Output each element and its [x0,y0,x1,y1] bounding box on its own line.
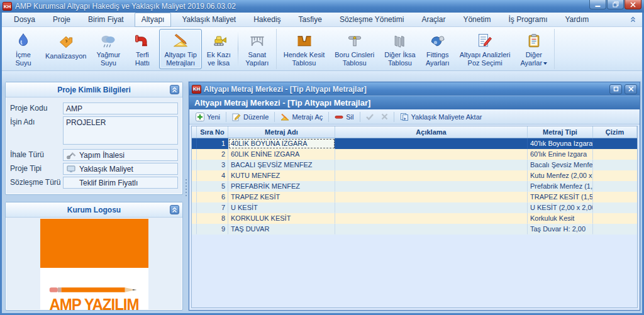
ribbon-button-terfi-hatti[interactable]: Terfi Hattı [125,29,159,69]
delete-button[interactable]: Sil [331,111,357,123]
cell-metraj-adi[interactable]: PREFABRİK MENFEZ [228,181,335,192]
cell-cizim[interactable] [593,138,637,149]
cell-metraj-adi-editor[interactable]: 40LIK BOYUNA IZGARA [228,138,335,149]
cell-metraj-tipi[interactable]: Bacalı Şevsiz Menfez (1x1 [528,160,593,170]
collapse-panel-button[interactable] [170,205,179,214]
ribbon-button-diger-iksa-tablosu[interactable]: Diğer İksa Tablosu [379,29,421,69]
table-row[interactable]: 8 KORKULUK KESİT Korkuluk Kesit [192,213,637,224]
menu-item-yonetim[interactable]: Yönetim [456,13,497,27]
proje-kodu-input[interactable]: AMP [63,102,178,114]
collapse-panel-button[interactable] [170,85,179,94]
ribbon-button-kanalizasyon[interactable]: Kanalizasyon [40,29,91,69]
table-row[interactable]: 9 TAŞ DUVAR Taş Duvar H: 2,00 [192,224,637,235]
ribbon-button-altyapi-analizleri-poz-secimi[interactable]: Altyapı Analizleri Poz Seçimi [455,29,516,69]
column-header-aciklama[interactable]: Açıklama [335,126,528,138]
table-row[interactable]: 4 KUTU MENFEZ Kutu Menfez (2,00 x 1,50) [192,170,637,181]
table-row[interactable]: 6 TRAPEZ KESİT TRAPEZ KESİT (1,5 x 1,5) [192,192,637,202]
cell-metraj-adi[interactable]: KUTU MENFEZ [228,170,335,181]
cell-metraj-tipi[interactable]: Kutu Menfez (2,00 x 1,50) [528,170,593,181]
cell-aciklama[interactable] [335,181,528,192]
ribbon-button-yagmur-suyu[interactable]: Yağmur Suyu [91,29,125,69]
table-row[interactable]: 1 40LIK BOYUNA IZGARA 40'lık Boyuna Izga… [192,138,637,149]
proje-tipi-select[interactable]: Yaklaşık Maliyet [63,163,178,175]
panel-splitter[interactable] [183,82,189,311]
confirm-button[interactable] [362,112,377,121]
cell-metraj-tipi[interactable]: 60'lık Enine Izgara [528,149,593,160]
column-header-cizim[interactable]: Çizim [593,126,637,138]
restore-button[interactable] [607,0,624,9]
cell-aciklama[interactable] [335,138,528,149]
table-row[interactable]: 7 U KESİT U KESİT (2,00 x 2,00) [192,202,637,213]
menu-item-yaklasik-maliyet[interactable]: Yaklaşık Maliyet [175,13,243,27]
cell-aciklama[interactable] [335,149,528,160]
transfer-to-cost-button[interactable]: Yaklaşık Maliyete Aktar [396,111,486,123]
menu-item-altyapi[interactable]: Altyapı [135,13,172,27]
child-close-button[interactable] [625,84,637,94]
menu-item-hakedis[interactable]: Hakediş [247,13,287,27]
ribbon-button-altyapi-tip-metrajlari[interactable]: Altyapı Tip Metrajları [159,29,201,69]
table-row[interactable]: 5 PREFABRİK MENFEZ Prefabrik Menfez (1,5… [192,181,637,192]
cell-cizim[interactable] [593,213,637,224]
cell-metraj-adi[interactable]: 60LIK ENİNE IZGARA [228,149,335,160]
row-selector[interactable] [192,192,197,202]
row-selector[interactable] [192,160,197,170]
sozlesme-turu-select[interactable]: Teklif Birim Fiyatlı [63,177,178,189]
row-selector[interactable] [192,170,197,181]
row-selector[interactable] [192,202,197,213]
cell-cizim[interactable] [593,224,637,235]
ribbon-button-fittings-ayarlari[interactable]: Fittings Ayarları [421,29,455,69]
column-header-metraj-adi[interactable]: Metraj Adı [228,126,335,138]
cell-cizim[interactable] [593,202,637,213]
menu-item-proje[interactable]: Proje [46,13,77,27]
cell-cizim[interactable] [593,149,637,160]
cell-aciklama[interactable] [335,213,528,224]
ribbon-button-icme-suyu[interactable]: İçme Suyu [6,29,40,69]
ihale-turu-select[interactable]: Yapım İhalesi [63,149,178,161]
cell-metraj-tipi[interactable]: Taş Duvar H: 2,00 [528,224,593,235]
cell-metraj-tipi[interactable]: U KESİT (2,00 x 2,00) [528,202,593,213]
child-restore-button[interactable] [609,84,622,94]
cell-aciklama[interactable] [335,160,528,170]
cell-cizim[interactable] [593,192,637,202]
cell-metraj-adi[interactable]: BACALI ŞEVSİZ MENFEZ [228,160,335,170]
cell-aciklama[interactable] [335,192,528,202]
close-button[interactable] [625,0,641,9]
open-metraj-button[interactable]: Metrajı Aç [277,111,326,123]
row-selector[interactable] [192,224,197,235]
cancel-button[interactable] [377,112,392,121]
cell-metraj-tipi[interactable]: TRAPEZ KESİT (1,5 x 1,5) [528,192,593,202]
column-header-sira-no[interactable]: Sıra No [197,126,228,138]
edit-button[interactable]: Düzenle [228,111,272,123]
menu-item-tasfiye[interactable]: Tasfiye [292,13,329,27]
row-selector[interactable] [192,138,197,149]
collapse-ribbon-button[interactable] [629,15,637,24]
ribbon-button-sanat-yapilari[interactable]: Sanat Yapıları [240,29,274,69]
cell-metraj-adi[interactable]: KORKULUK KESİT [228,213,335,224]
cell-metraj-tipi[interactable]: 40'lık Boyuna Izgara [528,138,593,149]
cell-metraj-tipi[interactable]: Prefabrik Menfez (1,5 x 1 [528,181,593,192]
menu-item-yardim[interactable]: Yardım [558,13,596,27]
cell-aciklama[interactable] [335,224,528,235]
menu-item-dosya[interactable]: Dosya [7,13,42,27]
new-button[interactable]: Yeni [192,111,224,123]
menu-item-birim-fiyat[interactable]: Birim Fiyat [81,13,131,27]
cell-cizim[interactable] [593,160,637,170]
cell-aciklama[interactable] [335,170,528,181]
table-row[interactable]: 2 60LIK ENİNE IZGARA 60'lık Enine Izgara [192,149,637,160]
column-header-metraj-tipi[interactable]: Metraj Tipi [528,126,593,138]
cell-metraj-adi[interactable]: TRAPEZ KESİT [228,192,335,202]
ribbon-button-diger-ayarlar[interactable]: Diğer Ayarlar [515,29,552,69]
row-selector[interactable] [192,181,197,192]
cell-aciklama[interactable] [335,202,528,213]
menu-item-sozlesme-yonetimi[interactable]: Sözleşme Yönetimi [333,13,411,27]
cell-metraj-tipi[interactable]: Korkuluk Kesit [528,213,593,224]
table-row[interactable]: 3 BACALI ŞEVSİZ MENFEZ Bacalı Şevsiz Men… [192,160,637,170]
ribbon-button-ek-kazi-ve-iksa[interactable]: Ek Kazı ve İksa [202,29,236,69]
isin-adi-input[interactable]: PROJELER [63,116,178,145]
cell-metraj-adi[interactable]: TAŞ DUVAR [228,224,335,235]
cell-cizim[interactable] [593,170,637,181]
row-selector[interactable] [192,213,197,224]
menu-item-araclar[interactable]: Araçlar [414,13,452,27]
ribbon-button-hendek-kesit-tablosu[interactable]: Hendek Kesit Tablosu [279,29,330,69]
cell-metraj-adi[interactable]: U KESİT [228,202,335,213]
